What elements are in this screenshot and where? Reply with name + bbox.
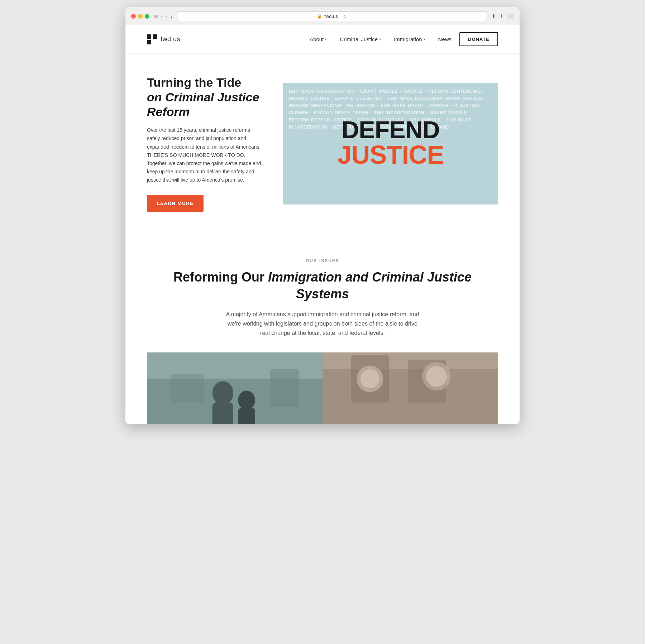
site-logo[interactable]: fwd.us (147, 34, 180, 44)
svg-rect-0 (147, 34, 151, 39)
lock-icon: 🔒 (317, 14, 322, 19)
defend-justice-overlay: DEFEND JUSTICE (337, 117, 444, 168)
nav-news[interactable]: News (433, 33, 457, 45)
justice-word: JUSTICE (337, 142, 444, 168)
back-button[interactable]: ‹ (166, 13, 168, 20)
nav-immigration-label: Immigration (394, 36, 422, 42)
svg-point-7 (238, 390, 255, 409)
defend-word: DEFEND (337, 117, 444, 142)
share-icon[interactable]: ⬆ (491, 13, 496, 20)
issue-image-right-svg (322, 352, 498, 424)
nav-about-label: About (310, 36, 324, 42)
nav-immigration[interactable]: Immigration ▾ (389, 33, 430, 45)
svg-rect-2 (147, 40, 151, 44)
nav-criminal-justice-label: Criminal Justice (340, 36, 378, 42)
hero-description: Over the last 15 years, criminal justice… (147, 126, 262, 184)
hero-graphic: END MASS INCARCERATION · GRANT PAROLE · … (283, 83, 498, 205)
forward-button[interactable]: › (171, 13, 172, 20)
issue-image-left-svg (147, 352, 322, 424)
chevron-down-icon: ▾ (325, 37, 327, 41)
logo-text: fwd.us (161, 35, 180, 43)
website-content: fwd.us About ▾ Criminal Justice ▾ Immigr… (125, 25, 520, 424)
issues-section: OUR ISSUES Reforming Our Immigration and… (125, 237, 520, 424)
url-text: fwd.us (324, 14, 338, 19)
traffic-lights (131, 14, 149, 19)
browser-chrome: ⊞ ▾ ‹ › 🔒 fwd.us ↻ ⬆ + ⬜ (125, 7, 520, 25)
svg-rect-1 (153, 34, 157, 39)
browser-window: ⊞ ▾ ‹ › 🔒 fwd.us ↻ ⬆ + ⬜ fwd.us (125, 7, 520, 424)
svg-rect-9 (270, 369, 298, 407)
main-navigation: fwd.us About ▾ Criminal Justice ▾ Immigr… (125, 25, 520, 54)
issue-image-left (147, 352, 322, 424)
close-button[interactable] (131, 14, 136, 19)
hero-section: Turning the Tide on Criminal Justice Ref… (125, 54, 520, 237)
learn-more-button[interactable]: LEARN MORE (147, 195, 204, 212)
chevron-down-icon: ▾ (379, 37, 381, 41)
new-tab-icon[interactable]: + (500, 13, 503, 20)
svg-rect-10 (171, 374, 204, 402)
issues-title-bold: Reforming Our (173, 270, 264, 284)
browser-nav-controls: ⊞ ▾ ‹ › (154, 13, 173, 20)
tabs-icon[interactable]: ⬜ (507, 13, 514, 20)
logo-icon (147, 34, 157, 44)
issues-images (147, 352, 498, 424)
minimize-button[interactable] (138, 14, 143, 19)
donate-button[interactable]: DONATE (459, 32, 498, 46)
hero-title: Turning the Tide on Criminal Justice Ref… (147, 75, 262, 119)
address-bar[interactable]: 🔒 fwd.us ↻ (177, 11, 487, 21)
svg-point-16 (360, 369, 379, 388)
reload-icon[interactable]: ↻ (343, 14, 347, 19)
nav-criminal-justice[interactable]: Criminal Justice ▾ (335, 33, 386, 45)
fullscreen-button[interactable] (145, 14, 149, 19)
svg-point-5 (212, 381, 233, 405)
grid-icon[interactable]: ⊞ (154, 14, 158, 19)
issues-title-italic: Immigration and Criminal Justice Systems (268, 270, 472, 301)
svg-point-18 (426, 366, 447, 387)
hero-title-line2: on Criminal Justice Reform (147, 90, 259, 119)
issues-description: A majority of Americans support immigrat… (222, 310, 423, 338)
issues-title: Reforming Our Immigration and Criminal J… (147, 269, 498, 303)
nav-news-label: News (438, 36, 452, 42)
svg-rect-8 (238, 408, 255, 424)
hero-title-line1: Turning the Tide (147, 76, 241, 89)
svg-rect-6 (212, 403, 233, 424)
browser-actions: ⬆ + ⬜ (491, 13, 514, 20)
nav-about[interactable]: About ▾ (305, 33, 332, 45)
chevron-down-icon: ▾ (424, 37, 425, 41)
nav-links: About ▾ Criminal Justice ▾ Immigration ▾… (305, 32, 498, 46)
section-label: OUR ISSUES (147, 258, 498, 263)
issue-image-right (322, 352, 498, 424)
hero-text-block: Turning the Tide on Criminal Justice Ref… (147, 75, 262, 212)
